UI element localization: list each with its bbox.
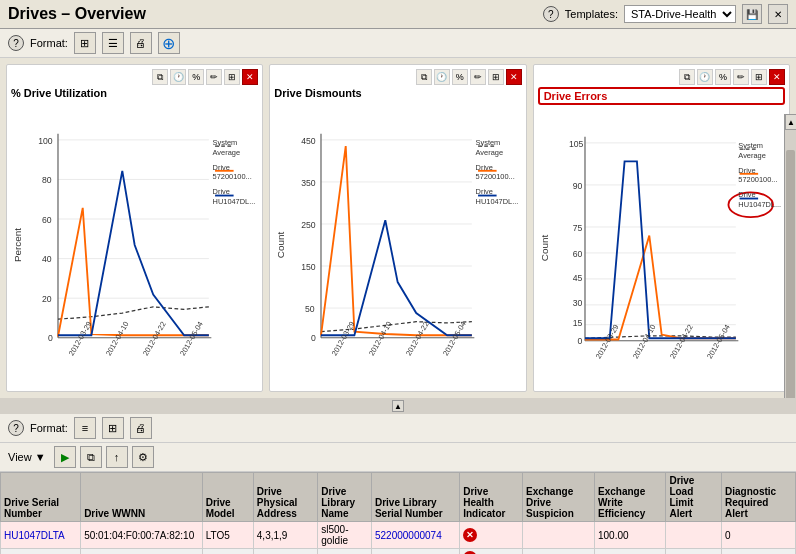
col-diag: Diagnostic Required Alert [722, 473, 796, 522]
cell-lib-serial[interactable]: 571000200003 [371, 549, 459, 555]
svg-text:Count: Count [539, 235, 550, 262]
bottom-format-label: Format: [30, 422, 68, 434]
chart1-title: % Drive Utilization [11, 87, 258, 99]
svg-text:Drive: Drive [476, 187, 493, 196]
health-error-icon: ✕ [463, 528, 477, 542]
bottom-list-icon[interactable]: ≡ [74, 417, 96, 439]
help-button[interactable]: ? [543, 6, 559, 22]
chart2-copy-icon[interactable]: ⧉ [416, 69, 432, 85]
svg-text:HU1047DL...: HU1047DL... [476, 197, 519, 206]
templates-save-icon[interactable]: 💾 [742, 4, 762, 24]
add-btn[interactable]: ⊕ [158, 32, 180, 54]
chart1-clock-icon[interactable]: 🕐 [170, 69, 186, 85]
templates-close-icon[interactable]: ✕ [768, 4, 788, 24]
svg-text:2012-04-10: 2012-04-10 [631, 323, 658, 360]
svg-text:2012-04-22: 2012-04-22 [141, 320, 168, 357]
svg-text:57200100...: 57200100... [738, 175, 777, 184]
chart3-copy-icon[interactable]: ⧉ [679, 69, 695, 85]
chart1-body: Percent 100 80 60 40 20 0 [11, 103, 258, 387]
chart1-copy-icon[interactable]: ⧉ [152, 69, 168, 85]
chart2-grid-icon[interactable]: ⊞ [488, 69, 504, 85]
bottom-help[interactable]: ? [8, 420, 24, 436]
svg-text:2012-04-10: 2012-04-10 [367, 320, 394, 357]
svg-text:Drive: Drive [476, 163, 493, 172]
chart1-close-icon[interactable]: ✕ [242, 69, 258, 85]
chart3-body: Count 105 90 75 60 45 30 15 0 [538, 109, 785, 387]
cell-lib-name: sl500-goldie [318, 522, 372, 549]
svg-text:100: 100 [38, 136, 53, 146]
chart-errors: ⧉ 🕐 % ✏ ⊞ ✕ Drive Errors Count 105 90 75… [533, 64, 790, 392]
chart1-grid-icon[interactable]: ⊞ [224, 69, 240, 85]
chart3-grid-icon[interactable]: ⊞ [751, 69, 767, 85]
col-health: Drive Health Indicator [460, 473, 523, 522]
cell-serial[interactable]: HU1047DLTA [1, 522, 81, 549]
svg-text:Average: Average [213, 148, 240, 157]
scroll-up-arrow[interactable]: ▲ [785, 114, 796, 130]
svg-text:40: 40 [42, 254, 52, 264]
svg-text:2012-03-29: 2012-03-29 [67, 320, 94, 357]
bottom-grid-icon[interactable]: ⊞ [102, 417, 124, 439]
cell-lib-serial[interactable]: 522000000074 [371, 522, 459, 549]
chart2-body: Count 450 350 250 150 50 0 [274, 103, 521, 387]
svg-text:50: 50 [305, 304, 315, 314]
chart2-toolbar: ⧉ 🕐 % ✏ ⊞ ✕ [274, 69, 521, 85]
chart3-svg: Count 105 90 75 60 45 30 15 0 [538, 109, 785, 387]
cell-load-limit [666, 522, 722, 549]
scroll-thumb[interactable] [786, 150, 795, 398]
cell-model: LTO5 [202, 522, 253, 549]
svg-text:2012-04-22: 2012-04-22 [668, 323, 695, 360]
svg-text:2012-03-29: 2012-03-29 [330, 320, 357, 357]
cell-load-limit [666, 549, 722, 555]
chart2-svg: Count 450 350 250 150 50 0 [274, 103, 521, 387]
svg-text:105: 105 [569, 139, 584, 149]
title-bar: Drives – Overview ? Templates: STA-Drive… [0, 0, 796, 29]
view-settings-btn[interactable]: ⚙ [132, 446, 154, 468]
cell-health: ✕ [460, 549, 523, 555]
chart2-clock-icon[interactable]: 🕐 [434, 69, 450, 85]
format-label: Format: [30, 37, 68, 49]
cell-write-eff: 100.00 [594, 549, 665, 555]
svg-text:2012-04-10: 2012-04-10 [104, 320, 131, 357]
chart2-close-icon[interactable]: ✕ [506, 69, 522, 85]
templates-select[interactable]: STA-Drive-Health [624, 5, 736, 23]
chart-scrollbar[interactable]: ▲ ▼ [784, 114, 796, 398]
col-lib-name: Drive Library Name [318, 473, 372, 522]
title-right: ? Templates: STA-Drive-Health 💾 ✕ [543, 4, 788, 24]
chart3-toolbar: ⧉ 🕐 % ✏ ⊞ ✕ [538, 69, 785, 85]
col-physical-addr: Drive Physical Address [253, 473, 317, 522]
chart3-edit-icon[interactable]: ✏ [733, 69, 749, 85]
list-view-btn[interactable]: ☰ [102, 32, 124, 54]
chart2-edit-icon[interactable]: ✏ [470, 69, 486, 85]
col-model: Drive Model [202, 473, 253, 522]
cell-exchange-suspicion [522, 549, 594, 555]
chart3-percent-icon[interactable]: % [715, 69, 731, 85]
view-export-btn[interactable]: ↑ [106, 446, 128, 468]
view-label[interactable]: View ▼ [8, 451, 46, 463]
view-copy-btn[interactable]: ⧉ [80, 446, 102, 468]
svg-text:System: System [738, 141, 763, 150]
col-write-eff: Exchange Write Efficiency [594, 473, 665, 522]
print-btn[interactable]: 🖨 [130, 32, 152, 54]
view-play-btn[interactable]: ▶ [54, 446, 76, 468]
chart2-percent-icon[interactable]: % [452, 69, 468, 85]
svg-text:Drive: Drive [738, 190, 755, 199]
cell-health: ✕ [460, 522, 523, 549]
cell-physical-addr: 1,1,-1,1,3 [253, 549, 317, 555]
svg-text:250: 250 [302, 220, 317, 230]
chart1-percent-icon[interactable]: % [188, 69, 204, 85]
svg-text:System: System [476, 138, 501, 147]
scroll-right-arrow[interactable]: ▲ [392, 400, 404, 412]
svg-text:45: 45 [572, 273, 582, 283]
chart3-clock-icon[interactable]: 🕐 [697, 69, 713, 85]
chart-dismounts: ⧉ 🕐 % ✏ ⊞ ✕ Drive Dismounts Count 450 35… [269, 64, 526, 392]
bottom-print-icon[interactable]: 🖨 [130, 417, 152, 439]
chart3-close-icon[interactable]: ✕ [769, 69, 785, 85]
svg-text:0: 0 [577, 336, 582, 346]
chart1-edit-icon[interactable]: ✏ [206, 69, 222, 85]
toolbar-help[interactable]: ? [8, 35, 24, 51]
svg-text:Count: Count [275, 232, 286, 259]
svg-text:60: 60 [572, 249, 582, 259]
grid-view-btn[interactable]: ⊞ [74, 32, 96, 54]
cell-serial[interactable]: 572001000315 [1, 549, 81, 555]
cell-write-eff: 100.00 [594, 522, 665, 549]
